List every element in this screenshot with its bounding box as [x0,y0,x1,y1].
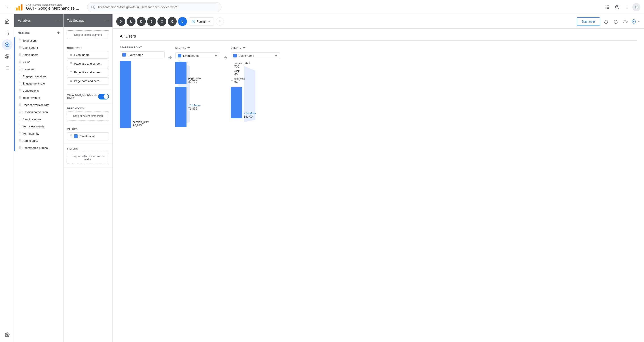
sidebar-item-advertising[interactable] [2,51,12,62]
metric-item[interactable]: ⠿Total users [14,37,63,44]
more-vert-button[interactable] [622,3,632,12]
undo-icon [604,19,608,24]
metric-label: Total users [22,39,37,42]
chevron-down-save-icon[interactable] [637,20,640,23]
metric-item[interactable]: ⠿Sessions [14,66,63,73]
share-button[interactable] [622,18,630,26]
metric-item[interactable]: ⠿Item view events [14,123,63,130]
metric-item[interactable]: ⠿Engagement rate [14,80,63,87]
circle-button-d-2[interactable]: D [137,17,146,26]
circle-button-u-6[interactable]: U [178,17,187,26]
sidebar-item-home[interactable] [2,16,12,27]
sidebar-item-settings[interactable] [2,330,12,340]
sidebar-item-explore[interactable] [2,39,12,50]
settings-icon [5,332,10,337]
arrow-right-icon-2 [223,55,228,60]
breakdown-drop-zone[interactable]: Drop or select dimension [67,112,109,120]
metric-label: Add to carts [22,139,38,142]
step-0-event-value: 96,213 [133,124,149,127]
metric-label: Total revenue [22,96,40,100]
grid-icon-button[interactable] [603,3,612,12]
circle-button-o-0[interactable]: O [116,17,125,26]
drag-icon: ⠿ [18,139,21,142]
variables-minimize-button[interactable]: — [56,18,60,23]
metric-item[interactable]: ⠿Active users [14,51,63,58]
funnel-step-2: STEP +2 ✏ Event name [231,46,280,118]
metrics-label: METRICS [18,32,30,34]
circle-button-c-5[interactable]: C [168,17,177,26]
metric-item[interactable]: ⠿Event revenue [14,116,63,123]
drag-icon: ⠿ [18,117,21,121]
step-2-edit-icon[interactable]: ✏ [243,46,246,50]
svg-point-18 [626,8,627,9]
metric-item[interactable]: ⠿User conversion rate [14,101,63,108]
step-0-selector[interactable]: Event name [120,52,164,58]
metric-label: Views [22,60,30,64]
node-type-item[interactable]: ⠿Page path and scre... [67,77,109,85]
add-metric-button[interactable]: + [57,30,60,35]
step-0-event-name: Event name [128,53,143,56]
metric-item[interactable]: ⠿Item quantity [14,130,63,137]
start-over-button[interactable]: Start over [577,18,600,26]
segment-drop-zone[interactable]: Drop or select segment [67,30,109,39]
drag-icon: ⠿ [18,132,21,135]
step-0-bars: session_start 96,213 [120,61,164,128]
step-1-selector[interactable]: Event name [175,52,220,59]
metric-item[interactable]: ⠿Views [14,58,63,66]
step-2-more-row: +14 More 18,400 [231,87,280,118]
svg-rect-12 [607,8,608,9]
sidebar-item-reports[interactable] [2,28,12,38]
step-1-more-link[interactable]: +18 More [188,104,200,107]
node-type-item[interactable]: ⠿Page title and scree... [67,60,109,67]
search-input[interactable] [98,5,218,9]
values-chip[interactable]: ⠿ Event count [67,132,109,140]
metric-item[interactable]: ⠿Conversions [14,87,63,94]
metric-label: Item view events [22,125,44,128]
circle-button-b-3[interactable]: B [147,17,156,26]
metric-item[interactable]: ⠿Engaged sessions [14,73,63,80]
metric-label: Engagement rate [22,82,45,85]
funnel-technique-selector[interactable]: Funnel [189,18,214,26]
avatar[interactable]: U [632,3,640,11]
metric-item[interactable]: ⠿Event count [14,44,63,51]
step-2-entries: session_start 700 click 40 [231,62,280,118]
undo-button[interactable] [602,18,610,26]
view-unique-toggle[interactable] [98,94,109,100]
metric-label: Active users [22,53,38,56]
filters-drop-zone[interactable]: Drop or select dimension or metric [67,152,109,164]
drag-icon: ⠿ [70,79,72,83]
step-1-bar-0-name: page_view [188,77,201,80]
arrow-2 [220,46,231,60]
app-logo [15,3,23,11]
filters-section: FILTERS Drop or select dimension or metr… [64,144,112,168]
step-0-event-icon [122,53,126,56]
drag-icon: ⠿ [70,53,72,56]
list-icon [5,66,10,70]
circle-button-c-4[interactable]: C [158,17,166,26]
search-bar[interactable] [87,2,222,12]
back-button[interactable]: ← [4,3,12,12]
step-2-more-link[interactable]: +14 More [244,112,256,115]
step-2-value-2: 34 [234,80,245,84]
step-1-edit-icon[interactable]: ✏ [188,46,190,50]
node-type-item[interactable]: ⠿Event name [67,51,109,58]
metric-item[interactable]: ⠿Total revenue [14,94,63,101]
sidebar-item-lists[interactable] [2,62,12,73]
redo-button[interactable] [612,18,620,26]
step-2-selector[interactable]: Event name [231,52,280,59]
arrow-1 [164,46,175,60]
circle-button-l-1[interactable]: L [126,17,136,26]
help-button[interactable] [613,3,622,12]
metric-item[interactable]: ⠿Session conversion... [14,108,63,116]
step-2-entry-1: click 40 [231,70,280,76]
metric-label: Engaged sessions [22,75,46,78]
breakdown-label: BREAKDOWN [67,107,109,110]
add-tab-button[interactable]: + [216,18,224,26]
more-vert-icon [625,5,629,10]
nav-title: GA4 - Google Merchandise ... [26,6,79,11]
tab-settings-minimize-button[interactable]: — [105,18,109,23]
node-type-item[interactable]: ⠿Page title and scree... [67,68,109,76]
metric-item[interactable]: ⠿Ecommerce purcha... [14,144,63,151]
svg-rect-2 [21,4,22,10]
metric-item[interactable]: ⠿Add to carts [14,137,63,144]
